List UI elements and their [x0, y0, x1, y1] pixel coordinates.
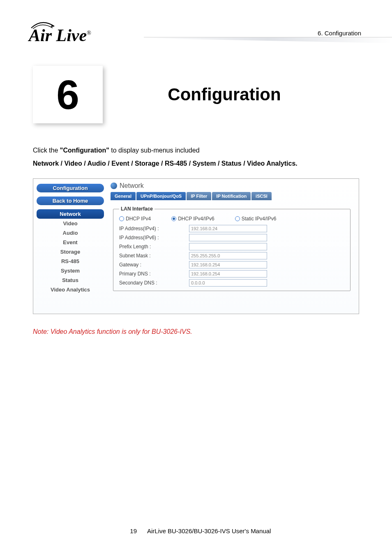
chapter-number-box: 6 [33, 66, 103, 123]
sidebar: Configuration Back to Home Network Video… [33, 179, 107, 314]
tab-ipfilter[interactable]: IP Filter [187, 192, 211, 200]
footer: 19 AirLive BU-3026/BU-3026-IVS User's Ma… [0, 527, 392, 534]
sidebar-item-status[interactable]: Status [37, 275, 104, 285]
breadcrumb: 6. Configuration [318, 30, 361, 37]
radio-dhcp-ipv4ipv6[interactable]: DHCP IPv4/IPv6 [171, 216, 214, 222]
tab-iscsi[interactable]: iSCSI [251, 192, 272, 200]
label-secondary-dns: Secondary DNS : [119, 280, 189, 286]
manual-title: AirLive BU-3026/BU-3026-IVS User's Manua… [147, 527, 271, 534]
label-primary-dns: Primary DNS : [119, 271, 189, 277]
note-text: Note: Video Analytics function is only f… [0, 314, 392, 349]
chapter-heading: 6 Configuration [0, 49, 392, 136]
chapter-number: 6 [56, 71, 79, 118]
header-divider [144, 37, 392, 49]
fieldset-legend: LAN Interface [119, 206, 154, 212]
input-secondary-dns[interactable]: 0.0.0.0 [189, 279, 267, 287]
sidebar-item-video-analytics[interactable]: Video Analytics [37, 285, 104, 294]
label-gateway: Gateway : [119, 262, 189, 268]
back-to-home-button[interactable]: Back to Home [37, 197, 104, 205]
tab-ipnotification[interactable]: IP Notification [212, 192, 251, 200]
page-header: Air Live® 6. Configuration [0, 0, 392, 49]
panel-title: Network [111, 182, 353, 190]
label-ipv6: IP Address(IPv6) : [119, 235, 189, 240]
intro-pre: Click the [33, 147, 60, 154]
input-prefix[interactable] [189, 243, 267, 250]
sidebar-item-rs485[interactable]: RS-485 [37, 257, 104, 266]
label-prefix: Prefix Length : [119, 244, 189, 250]
config-screenshot: Configuration Back to Home Network Video… [33, 178, 359, 314]
sidebar-item-audio[interactable]: Audio [37, 228, 104, 238]
input-primary-dns[interactable]: 192.168.0.254 [189, 270, 267, 278]
globe-icon [111, 183, 117, 189]
intro-text: Click the "Configuration" to display sub… [0, 136, 392, 170]
panel-title-text: Network [120, 182, 144, 190]
page-number: 19 [121, 527, 146, 534]
sidebar-title: Configuration [37, 184, 104, 192]
tabs: General UPnP/Bonjour/QoS IP Filter IP No… [111, 192, 353, 200]
lan-interface-fieldset: LAN Interface DHCP IPv4 DHCP IPv4/IPv6 S… [113, 206, 350, 291]
intro-post: to display sub-menus included [109, 147, 200, 154]
sidebar-item-storage[interactable]: Storage [37, 247, 104, 257]
radio-icon [171, 216, 176, 221]
logo: Air Live® [29, 21, 91, 45]
input-subnet[interactable]: 255.255.255.0 [189, 252, 267, 259]
tab-upnp[interactable]: UPnP/Bonjour/QoS [136, 192, 186, 200]
sidebar-item-event[interactable]: Event [37, 238, 104, 247]
input-gateway[interactable]: 192.168.0.254 [189, 261, 267, 268]
radio-icon [119, 216, 124, 221]
intro-bold: "Configuration" [60, 147, 109, 154]
sidebar-item-network[interactable]: Network [37, 209, 104, 219]
label-ipv4: IP Address(IPv4) : [119, 226, 189, 231]
radio-static[interactable]: Static IPv4/IPv6 [235, 216, 277, 222]
tab-general[interactable]: General [111, 192, 136, 200]
chapter-title: Configuration [114, 85, 359, 104]
sidebar-item-video[interactable]: Video [37, 219, 104, 228]
input-ipv4[interactable]: 192.168.0.24 [189, 225, 267, 232]
main-panel: Network General UPnP/Bonjour/QoS IP Filt… [107, 179, 359, 314]
sidebar-item-system[interactable]: System [37, 266, 104, 275]
input-ipv6[interactable] [189, 234, 267, 241]
radio-icon [235, 216, 240, 221]
radio-dhcp-ipv4[interactable]: DHCP IPv4 [119, 216, 151, 222]
intro-submenus: Network / Video / Audio / Event / Storag… [33, 160, 297, 167]
label-subnet: Subnet Mask : [119, 253, 189, 259]
